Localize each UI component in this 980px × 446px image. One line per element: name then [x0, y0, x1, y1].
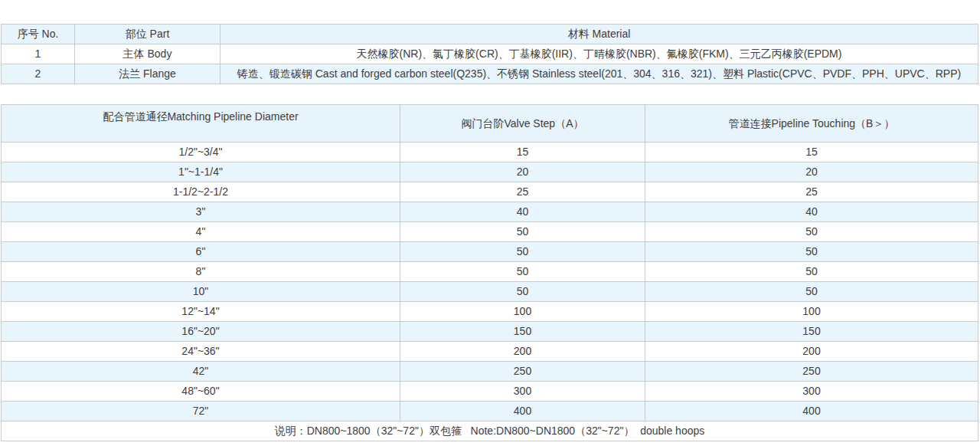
valve-step-cell: 50 [400, 222, 645, 242]
table-row: 1 主体 Body 天然橡胶(NR)、氯丁橡胶(CR)、丁基橡胶(IIR)、丁晴… [2, 44, 978, 64]
pipeline-touching-cell: 25 [645, 182, 978, 202]
diameter-cell: 42" [2, 362, 400, 382]
materials-header-material: 材料 Material [220, 25, 978, 44]
materials-header-part: 部位 Part [75, 25, 220, 44]
table-row: 4" 50 50 [2, 222, 978, 242]
materials-header-row: 序号 No. 部位 Part 材料 Material [2, 25, 978, 44]
materials-header-no: 序号 No. [2, 25, 75, 44]
material-cell: 铸造、锻造碳钢 Cast and forged carbon steel(Q23… [220, 64, 978, 84]
table-row: 72" 400 400 [2, 402, 978, 421]
valve-step-cell: 50 [400, 262, 645, 282]
pipeline-touching-cell: 50 [645, 282, 978, 302]
diameter-cell: 6" [2, 242, 400, 262]
table-row: 42" 250 250 [2, 362, 978, 382]
valve-step-cell: 400 [400, 402, 645, 421]
diameter-cell: 10" [2, 282, 400, 302]
valve-step-cell: 300 [400, 382, 645, 402]
no-cell: 2 [2, 64, 75, 84]
pipeline-touching-cell: 300 [645, 382, 978, 402]
dimensions-header-row: 配合管道通径Matching Pipeline Diameter 阀门台阶Val… [2, 105, 978, 143]
table-row: 48"~60" 300 300 [2, 382, 978, 402]
table-row: 10" 50 50 [2, 282, 978, 302]
table-row: 1-1/2~2-1/2 25 25 [2, 182, 978, 202]
dimensions-header-pipeline-touching: 管道连接Pipeline Touching（B＞） [645, 105, 978, 143]
diameter-cell: 48"~60" [2, 382, 400, 402]
valve-step-cell: 20 [400, 162, 645, 182]
material-cell: 天然橡胶(NR)、氯丁橡胶(CR)、丁基橡胶(IIR)、丁晴橡胶(NBR)、氟橡… [220, 44, 978, 64]
table-row: 1"~1-1/4" 20 20 [2, 162, 978, 182]
valve-step-cell: 50 [400, 282, 645, 302]
part-cell: 法兰 Flange [75, 64, 220, 84]
table-row: 2 法兰 Flange 铸造、锻造碳钢 Cast and forged carb… [2, 64, 978, 84]
pipeline-touching-cell: 50 [645, 222, 978, 242]
valve-step-cell: 25 [400, 182, 645, 202]
table-row: 24"~36" 200 200 [2, 342, 978, 362]
diameter-cell: 8" [2, 262, 400, 282]
pipeline-touching-cell: 50 [645, 262, 978, 282]
spec-page: 序号 No. 部位 Part 材料 Material 1 主体 Body 天然橡… [0, 24, 980, 446]
valve-step-cell: 40 [400, 202, 645, 222]
no-cell: 1 [2, 44, 75, 64]
valve-step-cell: 50 [400, 242, 645, 262]
pipeline-touching-cell: 100 [645, 302, 978, 322]
pipeline-touching-cell: 15 [645, 143, 978, 162]
diameter-cell: 1-1/2~2-1/2 [2, 182, 400, 202]
valve-step-cell: 100 [400, 302, 645, 322]
table-row: 12"~14" 100 100 [2, 302, 978, 322]
diameter-cell: 16"~20" [2, 322, 400, 342]
pipeline-touching-cell: 20 [645, 162, 978, 182]
valve-step-cell: 200 [400, 342, 645, 362]
pipeline-touching-cell: 400 [645, 402, 978, 421]
note-row: 说明：DN800~1800（32"~72"）双包箍 Note:DN800~DN1… [2, 421, 978, 441]
part-cell: 主体 Body [75, 44, 220, 64]
table-row: 3" 40 40 [2, 202, 978, 222]
materials-table: 序号 No. 部位 Part 材料 Material 1 主体 Body 天然橡… [1, 24, 978, 84]
pipeline-touching-cell: 250 [645, 362, 978, 382]
diameter-cell: 1/2"~3/4" [2, 143, 400, 162]
pipeline-touching-cell: 150 [645, 322, 978, 342]
table-row: 6" 50 50 [2, 242, 978, 262]
table-row: 1/2"~3/4" 15 15 [2, 143, 978, 162]
diameter-cell: 12"~14" [2, 302, 400, 322]
valve-step-cell: 15 [400, 143, 645, 162]
dimensions-header-diameter: 配合管道通径Matching Pipeline Diameter [2, 105, 400, 143]
pipeline-touching-cell: 40 [645, 202, 978, 222]
diameter-cell: 3" [2, 202, 400, 222]
diameter-cell: 1"~1-1/4" [2, 162, 400, 182]
diameter-cell: 4" [2, 222, 400, 242]
pipeline-touching-cell: 50 [645, 242, 978, 262]
pipeline-touching-cell: 200 [645, 342, 978, 362]
dimensions-table: 配合管道通径Matching Pipeline Diameter 阀门台阶Val… [1, 104, 978, 441]
diameter-cell: 72" [2, 402, 400, 421]
table-row: 16"~20" 150 150 [2, 322, 978, 342]
diameter-cell: 24"~36" [2, 342, 400, 362]
table-row: 8" 50 50 [2, 262, 978, 282]
valve-step-cell: 150 [400, 322, 645, 342]
dimensions-header-valve-step: 阀门台阶Valve Step（A） [400, 105, 645, 143]
note-text: 说明：DN800~1800（32"~72"）双包箍 Note:DN800~DN1… [2, 421, 978, 441]
valve-step-cell: 250 [400, 362, 645, 382]
